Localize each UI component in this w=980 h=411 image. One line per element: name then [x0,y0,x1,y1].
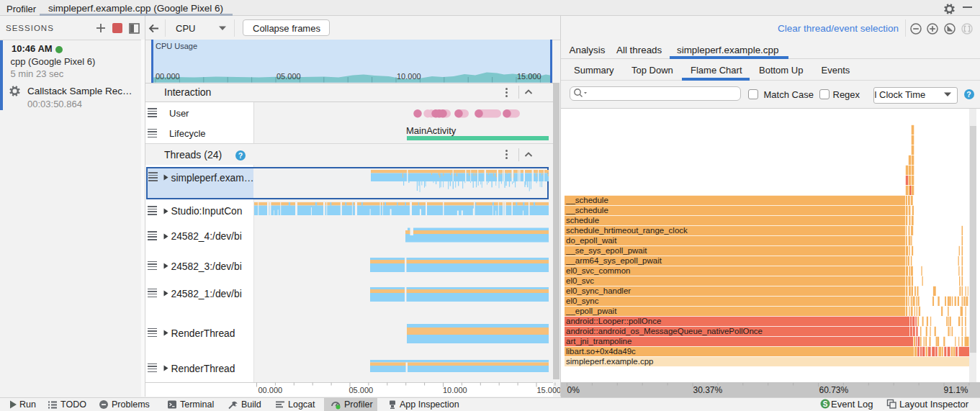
svg-text:S: S [823,399,828,407]
